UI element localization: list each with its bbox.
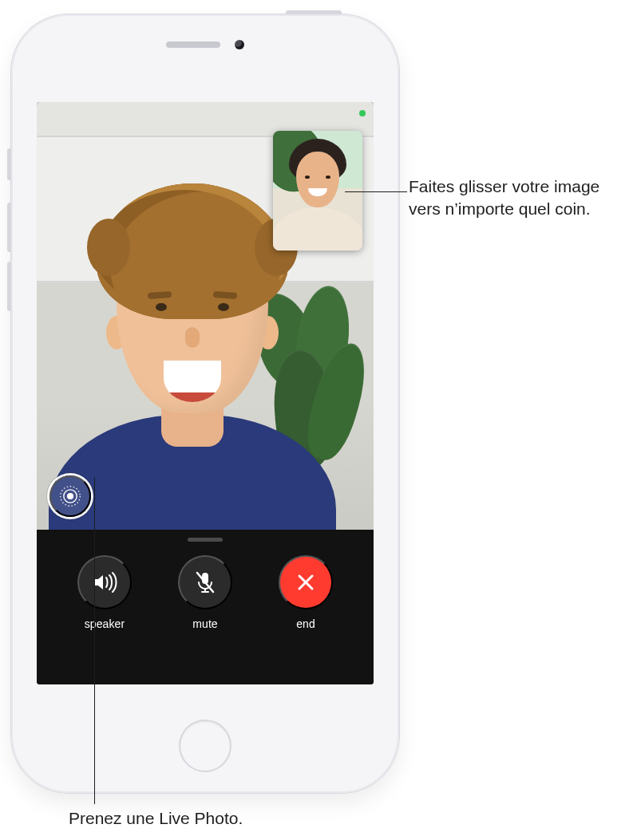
- live-photo-button[interactable]: [49, 475, 91, 517]
- power-button: [286, 10, 342, 14]
- mute-control: mute: [178, 555, 232, 630]
- home-button[interactable]: [179, 720, 231, 772]
- close-icon: [295, 571, 317, 594]
- svg-point-0: [67, 493, 73, 499]
- document-canvas: speaker: [0, 0, 637, 840]
- device-top-bar: [11, 40, 399, 49]
- speaker-icon: [91, 569, 118, 596]
- device-frame: speaker: [11, 14, 399, 793]
- screen: speaker: [37, 102, 374, 684]
- controls-panel: speaker: [37, 530, 374, 684]
- speaker-button[interactable]: [77, 555, 132, 609]
- front-camera: [235, 40, 244, 49]
- end-label: end: [296, 617, 315, 630]
- callout-live-photo: Prenez une Live Photo.: [69, 807, 388, 830]
- end-button[interactable]: [279, 555, 333, 609]
- camera-active-indicator: [359, 110, 366, 116]
- callout-leader-pip: [345, 191, 407, 192]
- panel-grabber[interactable]: [188, 538, 223, 542]
- self-view-pip[interactable]: [273, 131, 362, 250]
- callout-leader-livephoto: [94, 477, 95, 804]
- controls-row: speaker: [37, 555, 374, 630]
- volume-up-button: [7, 203, 11, 252]
- mute-label: mute: [192, 617, 218, 630]
- speaker-control: speaker: [77, 555, 132, 630]
- earpiece: [166, 41, 220, 48]
- volume-down-button: [7, 262, 11, 311]
- end-control: end: [279, 555, 333, 630]
- ring-switch: [7, 148, 11, 180]
- callout-live-photo-text: Prenez une Live Photo.: [69, 807, 388, 830]
- mute-button[interactable]: [178, 555, 232, 609]
- remote-video: [37, 102, 374, 530]
- mute-icon: [192, 570, 218, 595]
- live-photo-icon: [58, 484, 82, 508]
- callout-drag-pip-text: Faites glisser votre image vers n’import…: [409, 175, 632, 221]
- speaker-label: speaker: [85, 617, 125, 630]
- callout-drag-pip: Faites glisser votre image vers n’import…: [409, 175, 632, 221]
